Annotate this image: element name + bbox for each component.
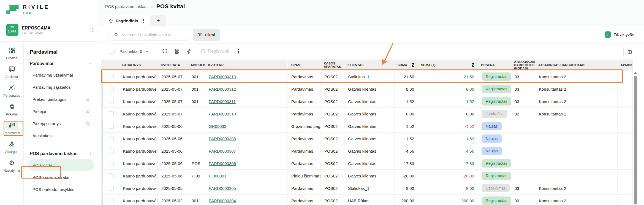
sidebar-item-pirkėjų-sutartys[interactable]: Pirkėjų sutartys	[28, 118, 94, 129]
receipt-link[interactable]: PARD0000310	[209, 112, 236, 116]
row-checkbox[interactable]	[109, 161, 114, 166]
receipt-link[interactable]: PARD0000313	[209, 74, 236, 79]
sidebar-item-pos-barkodo-taisyklės[interactable]: POS barkodo taisyklės	[28, 184, 94, 195]
sidebar-item-label: Pirkėjai	[32, 109, 46, 114]
column-header-kvito_data[interactable]: KVITO DATA	[158, 60, 188, 71]
sum-icon[interactable]: Σ	[411, 63, 415, 67]
sidebar-item-ataskaitos[interactable]: Ataskaitos	[28, 130, 94, 141]
table-row[interactable]: Kauno parduotuvė2025-05-07PARD0000310Par…	[102, 108, 632, 120]
row-checkbox[interactable]	[109, 173, 114, 178]
cell-kvito_nr: GR00033	[205, 120, 288, 132]
row-checkbox[interactable]	[109, 186, 114, 191]
rail-item-nustatymai[interactable]: ⚙Nustatymai	[0, 158, 23, 172]
row-checkbox[interactable]	[109, 136, 114, 141]
column-header-modulis[interactable]: MODULIS	[188, 60, 205, 71]
workspace-updown-icon[interactable]	[91, 28, 94, 32]
column-settings-button[interactable]	[623, 46, 636, 58]
cell-apmoketa	[618, 133, 633, 145]
receipt-link[interactable]: PARD0000311	[209, 99, 236, 104]
rail-item-pardavimai[interactable]: Pardavimai	[0, 121, 23, 135]
sum-icon[interactable]: Σ	[471, 63, 475, 67]
sidebar-item-pardavimų-užsakymai[interactable]: Pardavimų užsakymai	[28, 69, 94, 81]
refresh-button[interactable]	[161, 48, 169, 55]
column-header-darbuotojas[interactable]: ATSAKINGAS DARBUOTOJAS	[535, 60, 618, 71]
column-header-klientas[interactable]: KLIENTAS	[344, 60, 395, 71]
cell-suma_pm: 200.00	[418, 195, 478, 205]
cell-suma: 1.52	[395, 133, 418, 145]
row-checkbox[interactable]	[109, 124, 114, 129]
table-row[interactable]: Kauno parduotuvė2025-05-06PI00PI000001Pi…	[102, 170, 632, 182]
receipt-link[interactable]: PARD0000305	[209, 186, 236, 191]
rail-item-apskaita[interactable]: Apskaita	[0, 64, 23, 79]
select-all-checkbox[interactable]	[110, 49, 115, 54]
table-row[interactable]: Kauno parduotuvė2025-05-07001PARD0000311…	[102, 95, 632, 108]
rail-item-atsargos[interactable]: Atsargos	[0, 139, 23, 154]
table-row[interactable]: Kauno parduotuvė2025-05-05PARD0000305Par…	[102, 182, 632, 195]
workspace-switcher[interactable]: RIVILE ERP pos | demo ERPOSGAMA ERPOSGAM…	[6, 24, 94, 36]
register-button[interactable]: Registruoti	[199, 48, 229, 54]
receipt-link[interactable]: PARD0000312	[209, 87, 236, 91]
table-row[interactable]: Kauno parduotuvė2025-05-06GR00033Grąžini…	[102, 120, 632, 133]
row-checkbox[interactable]	[109, 99, 114, 104]
tab-kebab-icon[interactable]: ⋮	[141, 18, 146, 24]
receipt-link[interactable]: PARD0000304	[209, 198, 236, 203]
row-checkbox[interactable]	[109, 198, 114, 203]
search-input[interactable]: Kvito nr. / Fiskalinio kvito nr.	[110, 29, 187, 41]
icon-rail: PradžiaApskaitaPersonalasPirkimaiPardavi…	[0, 41, 24, 205]
sidebar-item-prekės-paslaugos[interactable]: Prekės, paslaugos	[28, 93, 94, 105]
table-row[interactable]: Kauno parduotuvė2025-05-06POSPARD0000306…	[102, 157, 632, 170]
checked-checkbox-icon[interactable]: ✓	[605, 31, 611, 38]
column-header-kodas[interactable]: ATSAKINGAS DARBUOTOJAS (KODAS)	[511, 60, 535, 71]
scroll-up-icon[interactable]	[634, 72, 637, 74]
row-checkbox[interactable]	[109, 149, 114, 153]
scrollbar-thumb[interactable]	[634, 76, 637, 204]
cell-suma: 8.00	[395, 182, 418, 194]
breadcrumb-parent[interactable]: POS pardavimo taškas	[105, 4, 147, 9]
menu-section-pardavimai[interactable]: Pardavimai	[30, 61, 92, 66]
cell-klientas: Gatvės klientas	[344, 157, 395, 169]
sidebar-item-pardavimų-sąskaitos[interactable]: Pardavimų sąskaitos	[28, 81, 94, 93]
cell-apmoketa	[618, 95, 633, 107]
receipt-link[interactable]: PARD0000306	[209, 161, 236, 166]
sidebar-item-pos-kvitai[interactable]: POS kvitai	[28, 159, 94, 171]
table-row[interactable]: Kauno parduotuvė2025-05-07001PARD0000313…	[102, 71, 632, 83]
table-row[interactable]: Kauno parduotuvė2025-05-06PARD0000308Par…	[102, 133, 632, 145]
chevron-up-icon	[88, 152, 92, 156]
workspace-tile-icon: RIVILE ERP pos | demo	[6, 24, 18, 36]
column-header-padalinys[interactable]: PADALINYS	[119, 60, 158, 71]
sidebar-item-pos-kasos-aparatai[interactable]: POS kasos aparatai	[28, 171, 94, 183]
cell-suma_pm: 8.00	[418, 182, 478, 194]
column-header-kasos_aparatas[interactable]: KASOS APARATAS	[321, 60, 344, 71]
add-tab-button[interactable]: +	[150, 15, 166, 26]
table-row[interactable]: Kauno parduotuvė2025-05-07001PARD0000312…	[102, 83, 632, 95]
rail-item-pradžia[interactable]: Pradžia	[0, 46, 23, 60]
only-active-toggle[interactable]: ✓ Tik aktyvūs	[605, 31, 634, 38]
column-header-apmoketa[interactable]: APMOKĖTA	[618, 60, 633, 71]
tab-pagrindinis[interactable]: Pagrindinis ⋮	[105, 15, 150, 26]
menu-section-pos-pardavimo-taškas[interactable]: POS pardavimo taškas	[30, 151, 92, 156]
selected-count-dropdown[interactable]: Pasirinkta: 0	[119, 49, 149, 54]
table-row[interactable]: Kauno parduotuvė2025-05-06PARD0000307Par…	[102, 145, 632, 157]
row-checkbox[interactable]	[109, 111, 114, 116]
receipt-link[interactable]: GR00033	[209, 124, 226, 129]
column-header-kvito_nr[interactable]: KVITO NR.	[205, 60, 288, 71]
column-header-suma[interactable]: SUMAΣ	[395, 60, 418, 71]
rail-item-pirkimai[interactable]: Pirkimai	[0, 102, 23, 116]
only-active-label: Tik aktyvūs	[614, 32, 634, 37]
receipt-link[interactable]: PI000001	[209, 174, 226, 178]
quick-actions-button[interactable]	[186, 48, 193, 55]
table-row[interactable]: Kauno parduotuvė2025-05-02001PARD0000304…	[102, 195, 632, 205]
receipt-link[interactable]: PARD0000308	[209, 136, 236, 141]
row-checkbox[interactable]	[109, 87, 114, 91]
vertical-scrollbar[interactable]	[633, 71, 638, 205]
column-header-tipas[interactable]: TIPAS	[288, 60, 321, 71]
column-header-suma_pm[interactable]: SUMA (±)Σ	[418, 60, 478, 71]
print-button[interactable]	[173, 48, 181, 55]
row-checkbox[interactable]	[109, 74, 114, 79]
column-header-busena[interactable]: BŪSENA	[478, 60, 511, 71]
rail-item-personalas[interactable]: Personalas	[0, 83, 23, 98]
sidebar-item-pirkėjai[interactable]: Pirkėjai	[28, 106, 94, 117]
receipt-link[interactable]: PARD0000307	[209, 149, 236, 153]
toolbar-kebab-icon[interactable]: ⋮	[234, 48, 243, 54]
filters-button[interactable]: Filtrai	[193, 29, 220, 41]
